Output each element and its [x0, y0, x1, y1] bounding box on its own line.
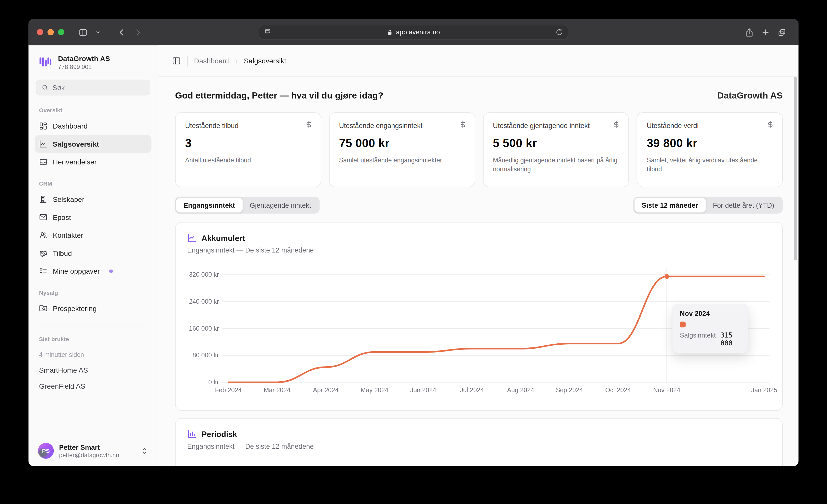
company-name: DataGrowth AS: [58, 55, 110, 63]
sidebar-item-tilbud[interactable]: Tilbud: [35, 244, 151, 262]
minimize-button[interactable]: [47, 29, 54, 35]
svg-text:Apr 2024: Apr 2024: [313, 387, 339, 394]
recent-item[interactable]: GreenField AS: [39, 382, 147, 390]
breadcrumb-parent[interactable]: Dashboard: [194, 57, 229, 65]
kpi-description: Antall utestående tilbud: [185, 156, 311, 165]
traffic-lights: [37, 29, 64, 35]
new-tab-icon[interactable]: [761, 28, 770, 37]
kpi-card-row: Utestående tilbud 3 Antall utestående ti…: [175, 112, 783, 187]
toolbar-right: [741, 28, 790, 37]
panel-toggle-icon[interactable]: [172, 56, 181, 65]
sidebar-item-dashboard[interactable]: Dashboard: [35, 117, 151, 135]
back-button[interactable]: [117, 28, 126, 37]
sidebar-item-epost[interactable]: Epost: [35, 208, 151, 226]
svg-text:240 000 kr: 240 000 kr: [189, 298, 219, 305]
chart-subtitle: Engangsinntekt — De siste 12 månedene: [187, 442, 771, 450]
sidebar-item-label: Salgsoversikt: [53, 140, 99, 148]
dollar-icon: [612, 121, 620, 129]
tooltip-month: Nov 2024: [680, 309, 741, 317]
section-label-crm: CRM: [39, 181, 147, 187]
folder-search-icon: [39, 304, 47, 313]
scrollbar-thumb[interactable]: [794, 77, 797, 260]
toggle-gjentagende-inntekt[interactable]: Gjentagende inntekt: [242, 198, 319, 212]
periodic-chart-card: Periodisk Engangsinntekt — De siste 12 m…: [175, 418, 783, 466]
users-icon: [39, 231, 47, 240]
search-box[interactable]: [36, 80, 150, 95]
sidebar-item-label: Kontakter: [53, 232, 83, 239]
company-logo-icon: [38, 55, 53, 70]
chart-subtitle: Engangsinntekt — De siste 12 månedene: [187, 246, 771, 254]
reload-icon[interactable]: [555, 29, 563, 36]
org-number: 778 899 001: [58, 64, 110, 70]
sidebar-item-label: Dashboard: [53, 122, 88, 130]
income-type-toggle: Engangsinntekt Gjentagende inntekt: [175, 197, 320, 213]
page: God ettermiddag, Petter — hva vil du gjø…: [158, 77, 798, 466]
svg-text:80 000 kr: 80 000 kr: [193, 352, 219, 359]
dashboard-icon: [39, 122, 47, 130]
kpi-value: 5 500 kr: [493, 137, 619, 150]
svg-text:320 000 kr: 320 000 kr: [189, 271, 219, 278]
sidebar-item-kontakter[interactable]: Kontakter: [35, 226, 151, 244]
breadcrumb-divider: [187, 56, 188, 66]
kpi-title: Utestående gjentagende inntekt: [493, 122, 619, 130]
kpi-title: Utestående tilbud: [185, 122, 311, 130]
kpi-title: Utestående engangsinntekt: [339, 122, 465, 130]
recent-item[interactable]: SmartHome AS: [39, 366, 147, 374]
url-bar[interactable]: app.aventra.no: [259, 25, 568, 40]
mail-icon: [39, 213, 47, 221]
tooltip-value: 315 000: [721, 331, 741, 347]
sidebar-item-salgsoversikt[interactable]: Salgsoversikt: [35, 135, 151, 153]
section-label-sist-brukte: Sist brukte: [39, 336, 147, 342]
chart-tooltip: Nov 2024 Salgsinntekt 315 000: [673, 304, 748, 353]
breadcrumb-chevron-icon: ›: [235, 57, 238, 65]
kpi-description: Samlet utestående engangsinntekter: [339, 156, 465, 165]
recent-timestamp: 4 minutter siden: [39, 351, 147, 359]
user-menu[interactable]: PS Petter Smart petter@datagrowth.no: [35, 439, 151, 460]
sidebar-item-selskaper[interactable]: Selskaper: [35, 190, 151, 208]
page-settings-icon[interactable]: [264, 29, 272, 36]
toggle-ytd[interactable]: For dette året (YTD): [706, 198, 782, 212]
toggle-siste-12-maneder[interactable]: Siste 12 måneder: [634, 198, 706, 212]
desktop: app.aventra.no D: [0, 0, 827, 504]
kpi-description: Samlet, vektet årlig verdi av utestående…: [647, 156, 773, 174]
browser-titlebar: app.aventra.no: [29, 19, 798, 46]
svg-text:Mar 2024: Mar 2024: [264, 387, 291, 394]
svg-text:160 000 kr: 160 000 kr: [189, 325, 219, 332]
org-switcher[interactable]: DataGrowth AS 778 899 001: [35, 53, 151, 71]
kpi-description: Månedlig gjentagende inntekt basert på å…: [493, 156, 619, 174]
bar-chart-icon: [187, 429, 197, 439]
sidebar-item-mine-oppgaver[interactable]: Mine oppgaver: [35, 262, 151, 280]
sidebar-item-label: Prospektering: [53, 305, 97, 313]
breadcrumb-current: Salgsoversikt: [244, 57, 286, 65]
chevron-down-icon[interactable]: [95, 29, 101, 35]
forward-button[interactable]: [134, 28, 142, 37]
svg-text:Nov 2024: Nov 2024: [653, 387, 681, 394]
svg-text:Aug 2024: Aug 2024: [507, 387, 534, 394]
sidebar-toggle-icon[interactable]: [79, 28, 88, 37]
user-name: Petter Smart: [59, 443, 119, 452]
search-input[interactable]: [52, 84, 144, 92]
line-chart-icon: [39, 140, 47, 148]
sidebar-item-henvendelser[interactable]: Henvendelser: [35, 153, 151, 171]
share-icon[interactable]: [745, 28, 754, 37]
sidebar-item-label: Henvendelser: [53, 158, 97, 166]
toggle-engangsinntekt[interactable]: Engangsinntekt: [176, 198, 242, 212]
close-button[interactable]: [37, 29, 43, 35]
task-list-icon: [39, 267, 47, 275]
lock-icon: [387, 29, 393, 35]
svg-text:May 2024: May 2024: [360, 387, 388, 394]
company-label: DataGrowth AS: [717, 91, 783, 101]
svg-text:0 kr: 0 kr: [208, 379, 219, 386]
sidebar: DataGrowth AS 778 899 001 Oversikt Dashb…: [29, 45, 158, 466]
task-notification-dot: [109, 269, 113, 273]
sidebar-item-prospektering[interactable]: Prospektering: [35, 300, 151, 317]
kpi-card-utestaende-gjentagende-inntekt: Utestående gjentagende inntekt 5 500 kr …: [483, 112, 629, 187]
handshake-icon: [39, 249, 47, 257]
avatar: PS: [38, 443, 54, 459]
zoom-button[interactable]: [58, 29, 64, 35]
tab-overview-icon[interactable]: [777, 28, 786, 37]
filter-row: Engangsinntekt Gjentagende inntekt Siste…: [175, 197, 783, 213]
kpi-card-utestaende-engangsinntekt: Utestående engangsinntekt 75 000 kr Saml…: [329, 112, 475, 187]
user-email: petter@datagrowth.no: [59, 452, 119, 458]
series-swatch: [680, 322, 686, 327]
